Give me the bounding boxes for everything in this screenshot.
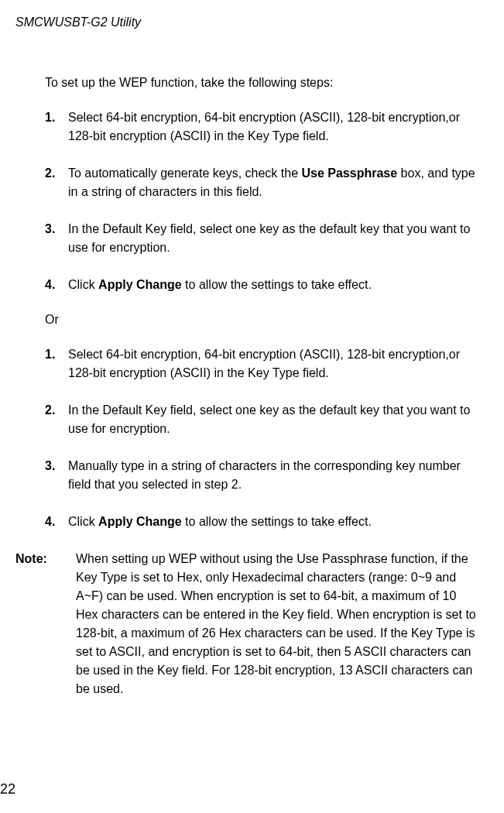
note-label: Note: [15,550,70,698]
intro-text: To set up the WEP function, take the fol… [45,76,481,90]
list-2: 1. Select 64-bit encryption, 64-bit encr… [45,345,481,531]
or-text: Or [45,313,481,327]
list-content: Select 64-bit encryption, 64-bit encrypt… [68,108,481,146]
list-item: 2. To automatically generate keys, check… [45,164,481,201]
list-number: 3. [45,457,68,494]
list-number: 2. [45,164,68,201]
list-number: 2. [45,401,68,438]
page-number: 22 [0,781,15,798]
list-number: 4. [45,513,68,531]
list-content: In the Default Key field, select one key… [68,401,481,438]
note-content: When setting up WEP without using the Us… [70,550,481,698]
list-number: 1. [45,108,68,146]
list-item: 1. Select 64-bit encryption, 64-bit encr… [45,108,481,146]
list-content: In the Default Key field, select one key… [68,220,481,257]
list-1: 1. Select 64-bit encryption, 64-bit encr… [45,108,481,294]
list-number: 4. [45,276,68,294]
note-section: Note: When setting up WEP without using … [15,550,481,698]
header-title: SMCWUSBT-G2 Utility [15,15,481,29]
list-item: 3. Manually type in a string of characte… [45,457,481,494]
list-content: Click Apply Change to allow the settings… [68,513,481,531]
list-item: 3. In the Default Key field, select one … [45,220,481,257]
list-content: Select 64-bit encryption, 64-bit encrypt… [68,345,481,382]
list-content: To automatically generate keys, check th… [68,164,481,201]
list-item: 1. Select 64-bit encryption, 64-bit encr… [45,345,481,382]
list-number: 1. [45,345,68,382]
list-item: 4. Click Apply Change to allow the setti… [45,276,481,294]
list-content: Click Apply Change to allow the settings… [68,276,481,294]
list-number: 3. [45,220,68,257]
list-item: 4. Click Apply Change to allow the setti… [45,513,481,531]
list-item: 2. In the Default Key field, select one … [45,401,481,438]
list-content: Manually type in a string of characters … [68,457,481,494]
